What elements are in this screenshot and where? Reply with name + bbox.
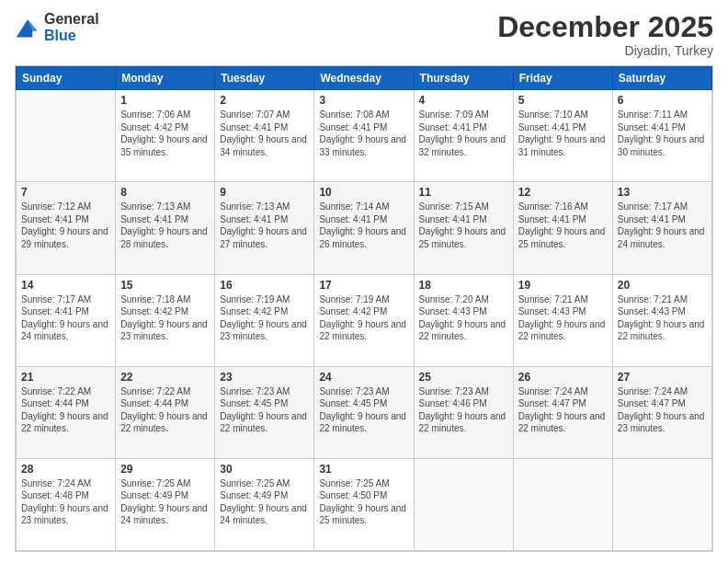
day-info: Sunrise: 7:23 AMSunset: 4:46 PMDaylight:… [419, 385, 508, 435]
calendar-cell: 18Sunrise: 7:20 AMSunset: 4:43 PMDayligh… [414, 274, 513, 366]
logo-text: General Blue [44, 11, 99, 43]
day-info: Sunrise: 7:12 AMSunset: 4:41 PMDaylight:… [21, 201, 110, 250]
calendar-cell: 16Sunrise: 7:19 AMSunset: 4:42 PMDayligh… [215, 274, 314, 366]
day-info: Sunrise: 7:22 AMSunset: 4:44 PMDaylight:… [120, 385, 210, 435]
day-number: 29 [120, 463, 210, 476]
day-info: Sunrise: 7:11 AMSunset: 4:41 PMDaylight:… [618, 109, 707, 158]
day-info: Sunrise: 7:07 AMSunset: 4:41 PMDaylight:… [220, 109, 309, 158]
calendar-cell: 25Sunrise: 7:23 AMSunset: 4:46 PMDayligh… [414, 366, 513, 458]
day-number: 9 [220, 186, 309, 199]
month-title: December 2025 [497, 11, 713, 43]
calendar-week-row: 14Sunrise: 7:17 AMSunset: 4:41 PMDayligh… [17, 274, 712, 366]
calendar-cell: 4Sunrise: 7:09 AMSunset: 4:41 PMDaylight… [414, 90, 513, 182]
day-number: 19 [518, 279, 608, 292]
calendar-cell: 31Sunrise: 7:25 AMSunset: 4:50 PMDayligh… [314, 458, 414, 550]
location: Diyadin, Turkey [497, 43, 713, 58]
weekday-wednesday: Wednesday [314, 67, 414, 90]
calendar-cell [17, 90, 116, 182]
calendar-cell: 7Sunrise: 7:12 AMSunset: 4:41 PMDaylight… [17, 182, 116, 274]
day-info: Sunrise: 7:17 AMSunset: 4:41 PMDaylight:… [618, 201, 707, 250]
day-number: 28 [21, 463, 110, 476]
day-info: Sunrise: 7:23 AMSunset: 4:45 PMDaylight:… [220, 385, 309, 435]
day-number: 26 [518, 371, 608, 384]
day-info: Sunrise: 7:18 AMSunset: 4:42 PMDaylight:… [120, 293, 210, 343]
calendar-body: 1Sunrise: 7:06 AMSunset: 4:42 PMDaylight… [17, 90, 712, 551]
weekday-row: SundayMondayTuesdayWednesdayThursdayFrid… [17, 67, 712, 90]
calendar-cell: 30Sunrise: 7:25 AMSunset: 4:49 PMDayligh… [215, 458, 314, 550]
day-info: Sunrise: 7:19 AMSunset: 4:42 PMDaylight:… [220, 293, 309, 343]
weekday-thursday: Thursday [414, 67, 513, 90]
day-number: 7 [21, 186, 110, 199]
calendar-cell: 27Sunrise: 7:24 AMSunset: 4:47 PMDayligh… [612, 366, 711, 458]
day-info: Sunrise: 7:22 AMSunset: 4:44 PMDaylight:… [21, 385, 110, 435]
day-number: 14 [21, 279, 110, 292]
day-number: 2 [220, 94, 309, 107]
calendar-cell: 8Sunrise: 7:13 AMSunset: 4:41 PMDaylight… [116, 182, 215, 274]
calendar-cell: 20Sunrise: 7:21 AMSunset: 4:43 PMDayligh… [612, 274, 711, 366]
day-number: 1 [120, 94, 210, 107]
day-info: Sunrise: 7:14 AMSunset: 4:41 PMDaylight:… [319, 201, 408, 250]
day-info: Sunrise: 7:25 AMSunset: 4:49 PMDaylight:… [220, 477, 309, 527]
weekday-friday: Friday [513, 67, 612, 90]
calendar-cell: 13Sunrise: 7:17 AMSunset: 4:41 PMDayligh… [612, 182, 711, 274]
day-info: Sunrise: 7:24 AMSunset: 4:47 PMDaylight:… [518, 385, 608, 435]
calendar-header: SundayMondayTuesdayWednesdayThursdayFrid… [17, 67, 712, 90]
day-number: 23 [220, 371, 309, 384]
day-info: Sunrise: 7:21 AMSunset: 4:43 PMDaylight:… [618, 293, 707, 343]
weekday-tuesday: Tuesday [215, 67, 314, 90]
day-info: Sunrise: 7:20 AMSunset: 4:43 PMDaylight:… [419, 293, 508, 343]
calendar-week-row: 7Sunrise: 7:12 AMSunset: 4:41 PMDaylight… [17, 182, 712, 274]
calendar-cell: 3Sunrise: 7:08 AMSunset: 4:41 PMDaylight… [314, 90, 414, 182]
day-number: 25 [419, 371, 508, 384]
calendar-cell: 15Sunrise: 7:18 AMSunset: 4:42 PMDayligh… [116, 274, 215, 366]
calendar-cell: 2Sunrise: 7:07 AMSunset: 4:41 PMDaylight… [215, 90, 314, 182]
day-number: 5 [518, 94, 608, 107]
calendar-cell: 19Sunrise: 7:21 AMSunset: 4:43 PMDayligh… [513, 274, 612, 366]
calendar-week-row: 28Sunrise: 7:24 AMSunset: 4:48 PMDayligh… [17, 458, 712, 550]
day-info: Sunrise: 7:24 AMSunset: 4:48 PMDaylight:… [21, 477, 110, 527]
header: General Blue December 2025 Diyadin, Turk… [15, 11, 713, 58]
day-number: 31 [319, 463, 408, 476]
calendar-cell: 14Sunrise: 7:17 AMSunset: 4:41 PMDayligh… [17, 274, 116, 366]
day-number: 24 [319, 371, 408, 384]
day-number: 21 [21, 371, 110, 384]
day-number: 22 [120, 371, 210, 384]
calendar-cell: 24Sunrise: 7:23 AMSunset: 4:45 PMDayligh… [314, 366, 414, 458]
logo: General Blue [15, 11, 99, 43]
day-info: Sunrise: 7:08 AMSunset: 4:41 PMDaylight:… [319, 109, 408, 158]
day-info: Sunrise: 7:25 AMSunset: 4:49 PMDaylight:… [120, 477, 210, 527]
weekday-sunday: Sunday [17, 67, 116, 90]
day-info: Sunrise: 7:06 AMSunset: 4:42 PMDaylight:… [120, 109, 210, 158]
calendar-cell [513, 458, 612, 550]
calendar-cell: 22Sunrise: 7:22 AMSunset: 4:44 PMDayligh… [116, 366, 215, 458]
calendar-cell: 29Sunrise: 7:25 AMSunset: 4:49 PMDayligh… [116, 458, 215, 550]
day-info: Sunrise: 7:23 AMSunset: 4:45 PMDaylight:… [319, 385, 408, 435]
day-info: Sunrise: 7:24 AMSunset: 4:47 PMDaylight:… [618, 385, 707, 435]
calendar-cell: 28Sunrise: 7:24 AMSunset: 4:48 PMDayligh… [17, 458, 116, 550]
day-number: 8 [120, 186, 210, 199]
day-number: 27 [618, 371, 707, 384]
day-info: Sunrise: 7:10 AMSunset: 4:41 PMDaylight:… [518, 109, 608, 158]
day-info: Sunrise: 7:17 AMSunset: 4:41 PMDaylight:… [21, 293, 110, 343]
calendar-week-row: 1Sunrise: 7:06 AMSunset: 4:42 PMDaylight… [17, 90, 712, 182]
day-info: Sunrise: 7:13 AMSunset: 4:41 PMDaylight:… [120, 201, 210, 250]
day-number: 6 [618, 94, 707, 107]
calendar-cell: 12Sunrise: 7:16 AMSunset: 4:41 PMDayligh… [513, 182, 612, 274]
calendar-cell: 1Sunrise: 7:06 AMSunset: 4:42 PMDaylight… [116, 90, 215, 182]
title-section: December 2025 Diyadin, Turkey [497, 11, 713, 58]
day-number: 11 [419, 186, 508, 199]
day-info: Sunrise: 7:13 AMSunset: 4:41 PMDaylight:… [220, 201, 309, 250]
calendar-cell [414, 458, 513, 550]
calendar-cell: 5Sunrise: 7:10 AMSunset: 4:41 PMDaylight… [513, 90, 612, 182]
day-number: 13 [618, 186, 707, 199]
calendar-cell: 9Sunrise: 7:13 AMSunset: 4:41 PMDaylight… [215, 182, 314, 274]
calendar-cell: 26Sunrise: 7:24 AMSunset: 4:47 PMDayligh… [513, 366, 612, 458]
day-number: 12 [518, 186, 608, 199]
weekday-saturday: Saturday [612, 67, 711, 90]
calendar: SundayMondayTuesdayWednesdayThursdayFrid… [15, 65, 713, 552]
logo-blue: Blue [44, 28, 99, 44]
calendar-cell: 21Sunrise: 7:22 AMSunset: 4:44 PMDayligh… [17, 366, 116, 458]
day-info: Sunrise: 7:09 AMSunset: 4:41 PMDaylight:… [419, 109, 508, 158]
calendar-cell: 23Sunrise: 7:23 AMSunset: 4:45 PMDayligh… [215, 366, 314, 458]
day-number: 16 [220, 279, 309, 292]
